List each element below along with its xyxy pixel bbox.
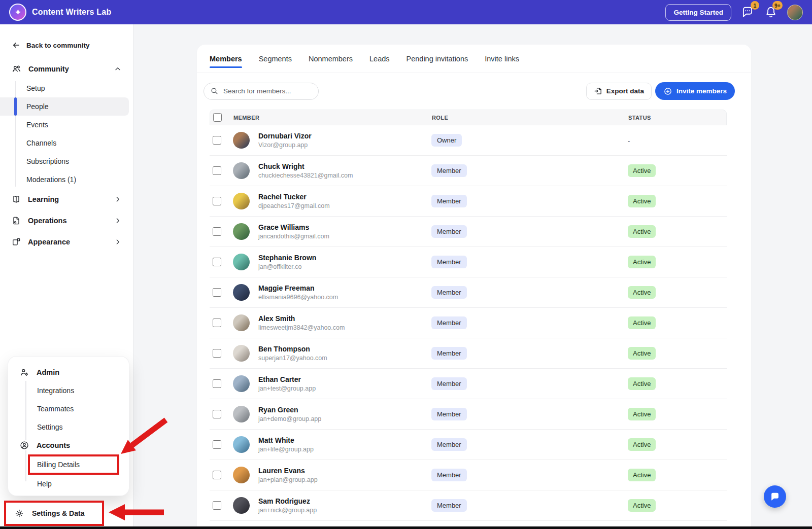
table-row[interactable]: Stephanie Brown jan@offkilter.co Member … — [210, 247, 727, 277]
row-checkbox[interactable] — [213, 379, 221, 388]
magnifier-icon — [210, 87, 219, 95]
admin-menu-group-accounts[interactable]: Accounts — [8, 436, 129, 454]
table-body: Dornubari Vizor Vizor@group.app Owner - … — [210, 125, 727, 529]
member-name: Ben Thompson — [258, 344, 327, 354]
member-email: jan+nick@group.app — [258, 506, 317, 514]
table-row[interactable]: Sam Rodriguez jan+nick@group.app Member … — [210, 490, 727, 521]
admin-menu-group-admin[interactable]: Admin — [8, 363, 129, 381]
member-name: Stephanie Brown — [258, 253, 316, 262]
table-row[interactable]: Lauren Evans jan+plan@group.app Member A… — [210, 460, 727, 490]
member-email: chuckiechesse43821@gmail.com — [258, 171, 353, 180]
member-email: jan@offkilter.co — [258, 263, 316, 271]
tab-nonmembers[interactable]: Nonmembers — [309, 45, 353, 73]
row-checkbox[interactable] — [213, 258, 221, 266]
row-checkbox[interactable] — [213, 227, 221, 236]
table-row[interactable]: Chuck Wright chuckiechesse43821@gmail.co… — [210, 156, 727, 186]
row-checkbox[interactable] — [213, 319, 221, 327]
tab-invite-links[interactable]: Invite links — [485, 45, 519, 73]
back-to-community-link[interactable]: Back to community — [0, 24, 133, 50]
column-header-member: MEMBER — [233, 115, 432, 121]
table-row[interactable]: Dornubari Vizor Vizor@group.app Owner - — [210, 125, 727, 156]
member-email: ellismania9696@yahoo.com — [258, 293, 338, 301]
role-badge: Member — [431, 316, 467, 329]
avatar — [233, 193, 250, 209]
tab-segments[interactable]: Segments — [259, 45, 292, 73]
sidebar-section-learning[interactable]: Learning — [0, 189, 133, 210]
sidebar-item-moderations-1[interactable]: Moderations (1) — [0, 170, 133, 189]
table-row[interactable]: Ethan Carter jan+test@group.app Member A… — [210, 369, 727, 399]
member-name: Ethan Carter — [258, 375, 316, 384]
operations-label: Operations — [28, 217, 67, 225]
avatar — [233, 467, 250, 483]
table-row[interactable]: Rachel Tucker djpeaches17@gmail.com Memb… — [210, 186, 727, 217]
status-badge: Active — [628, 499, 656, 512]
table-row[interactable]: Matt White jan+life@group.app Member Act… — [210, 430, 727, 460]
sidebar-item-channels[interactable]: Channels — [0, 134, 133, 152]
row-checkbox[interactable] — [213, 471, 221, 479]
notifications-badge: 9+ — [772, 1, 783, 10]
search-members-input[interactable] — [223, 87, 312, 95]
table-header-row: MEMBER ROLE STATUS — [210, 110, 727, 125]
sidebar-item-subscriptions[interactable]: Subscriptions — [0, 152, 133, 170]
member-email: limesweetjm3842@yahoo.com — [258, 324, 345, 332]
row-checkbox[interactable] — [213, 136, 221, 145]
member-name: Rachel Tucker — [258, 192, 330, 201]
menu-item-integrations[interactable]: Integrations — [8, 381, 129, 400]
sidebar-item-setup[interactable]: Setup — [0, 79, 133, 97]
back-label: Back to community — [26, 42, 90, 49]
menu-item-help[interactable]: Help — [8, 475, 129, 493]
sidebar-section-community[interactable]: Community — [0, 61, 133, 77]
row-checkbox[interactable] — [213, 166, 221, 175]
page-title: Content Writers Lab — [32, 8, 111, 17]
menu-item-billing-details[interactable]: Billing Details — [37, 461, 80, 469]
sidebar-section-operations[interactable]: Operations — [0, 210, 133, 231]
row-checkbox[interactable] — [213, 501, 221, 510]
member-email: jan+test@group.app — [258, 384, 316, 393]
main-content-card: MembersSegmentsNonmembersLeadsPending in… — [197, 45, 751, 529]
community-sub-list: SetupPeopleEventsChannelsSubscriptionsMo… — [0, 79, 133, 189]
notifications-button[interactable]: 9+ — [764, 5, 778, 19]
role-badge: Member — [431, 256, 467, 268]
tab-members[interactable]: Members — [210, 45, 242, 73]
status-badge: Active — [628, 347, 656, 360]
invite-members-button[interactable]: Invite members — [655, 82, 735, 100]
chat-launcher-button[interactable] — [764, 485, 786, 508]
sidebar-item-events[interactable]: Events — [0, 116, 133, 134]
row-checkbox[interactable] — [213, 410, 221, 418]
select-all-checkbox[interactable] — [213, 113, 222, 122]
row-checkbox[interactable] — [213, 349, 221, 358]
members-table: MEMBER ROLE STATUS Dornubari Vizor Vizor… — [210, 110, 727, 529]
role-badge: Member — [431, 408, 467, 420]
chat-bubble-icon — [769, 491, 781, 502]
getting-started-button[interactable]: Getting Started — [665, 4, 731, 21]
avatar — [233, 345, 250, 362]
sidebar-item-people[interactable]: People — [0, 97, 129, 116]
messages-button[interactable]: 1 — [740, 5, 755, 19]
row-checkbox[interactable] — [213, 288, 221, 297]
settings-data-link[interactable]: Settings & Data — [32, 509, 84, 517]
row-checkbox[interactable] — [213, 197, 221, 205]
tab-leads[interactable]: Leads — [369, 45, 390, 73]
table-row[interactable]: Grace Williams jancandothis@gmail.com Me… — [210, 217, 727, 247]
row-checkbox[interactable] — [213, 440, 221, 449]
tabs: MembersSegmentsNonmembersLeadsPending in… — [197, 45, 751, 73]
table-row[interactable]: Ben Thompson superjan17@yahoo.com Member… — [210, 338, 727, 369]
menu-item-teammates[interactable]: Teammates — [8, 400, 129, 418]
table-row[interactable]: Ryan Green jan+demo@group.app Member Act… — [210, 399, 727, 430]
chevron-right-icon — [114, 195, 122, 203]
document-gear-icon — [11, 216, 21, 226]
plus-circle-icon — [663, 87, 672, 96]
status-badge: Active — [628, 256, 656, 268]
community-logo[interactable] — [9, 4, 26, 21]
menu-item-settings[interactable]: Settings — [8, 418, 129, 436]
export-data-button[interactable]: Export data — [586, 83, 652, 100]
sidebar-section-appearance[interactable]: Appearance — [0, 231, 133, 253]
table-row[interactable]: Alex Smith limesweetjm3842@yahoo.com Mem… — [210, 308, 727, 338]
table-row[interactable]: Maggie Freeman ellismania9696@yahoo.com … — [210, 277, 727, 308]
avatar — [233, 254, 250, 270]
user-avatar[interactable] — [787, 5, 803, 20]
member-email: djpeaches17@gmail.com — [258, 202, 330, 210]
tab-pending-invitations[interactable]: Pending invitations — [407, 45, 468, 73]
status-badge: Active — [628, 195, 656, 207]
messages-badge: 1 — [751, 1, 759, 10]
